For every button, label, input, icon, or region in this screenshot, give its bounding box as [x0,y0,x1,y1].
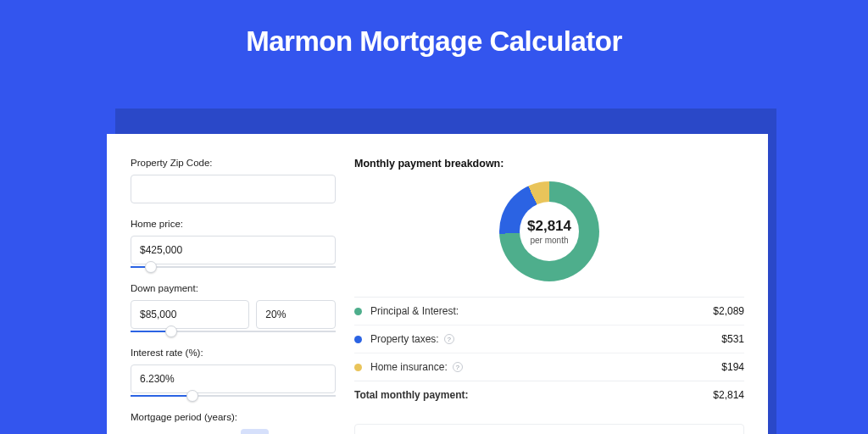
page-title: Marmon Mortgage Calculator [0,0,868,73]
slider-thumb[interactable] [145,261,157,273]
legend-value: $531 [721,333,744,345]
period-button-30[interactable]: 30 [241,429,269,434]
legend-dot [354,364,362,371]
help-icon[interactable]: ? [453,362,463,372]
donut-amount: $2,814 [527,218,571,235]
down-payment-label: Down payment: [131,283,336,293]
legend-label: Home insurance:? [370,361,721,373]
down-payment-pct-input[interactable] [256,300,336,329]
legend-label: Property taxes:? [370,333,721,345]
total-value: $2,814 [713,389,744,401]
period-label: Mortgage period (years): [131,412,336,422]
legend-dot [354,308,362,315]
calculator-card: Property Zip Code: Home price: Down paym… [107,134,768,434]
field-period: Mortgage period (years): 10152030 [131,412,336,434]
total-row: Total monthly payment: $2,814 [354,381,744,409]
amortization-section: Amortization for mortgage loan Amortizat… [354,424,744,434]
field-interest: Interest rate (%): [131,348,336,397]
form-column: Property Zip Code: Home price: Down paym… [131,158,336,434]
period-button-10[interactable]: 10 [131,429,159,434]
field-zip: Property Zip Code: [131,158,336,203]
zip-input[interactable] [131,175,336,203]
period-button-15[interactable]: 15 [167,429,195,434]
field-down-payment: Down payment: [131,283,336,332]
interest-slider[interactable] [131,395,336,397]
donut-center: $2,814 per month [520,202,579,261]
legend-value: $194 [721,361,744,373]
donut-chart: $2,814 per month [354,181,744,281]
donut-sub: per month [530,236,568,245]
help-icon[interactable]: ? [444,334,454,344]
legend-row: Principal & Interest:$2,089 [354,297,744,325]
legend-row: Property taxes:?$531 [354,325,744,353]
interest-input[interactable] [131,364,336,393]
field-home-price: Home price: [131,219,336,268]
interest-label: Interest rate (%): [131,348,336,358]
breakdown-title: Monthly payment breakdown: [354,158,744,170]
period-button-20[interactable]: 20 [204,429,232,434]
home-price-input[interactable] [131,236,336,264]
slider-thumb[interactable] [186,390,198,402]
total-label: Total monthly payment: [354,389,713,401]
zip-label: Property Zip Code: [131,158,336,168]
legend-label: Principal & Interest: [370,305,713,317]
breakdown-column: Monthly payment breakdown: $2,814 per mo… [354,158,744,434]
home-price-label: Home price: [131,219,336,229]
down-payment-input[interactable] [131,300,249,329]
legend-row: Home insurance:?$194 [354,353,744,381]
legend-value: $2,089 [713,305,744,317]
legend-dot [354,336,362,343]
slider-thumb[interactable] [165,326,177,337]
down-payment-slider[interactable] [131,331,336,332]
home-price-slider[interactable] [131,266,336,268]
